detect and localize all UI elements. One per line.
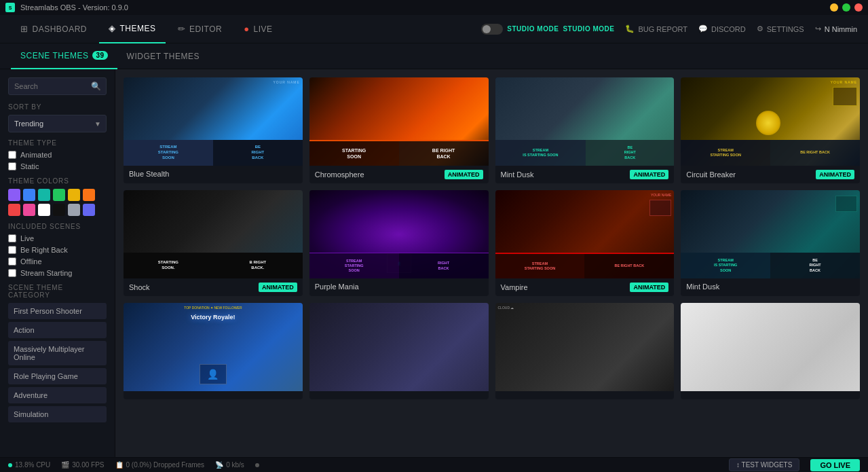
scene-themes-label: SCENE THEMES <box>20 51 88 60</box>
status-bandwidth: 📡 0 kb/s <box>215 461 244 469</box>
category-simulation[interactable]: Simulation <box>8 406 107 422</box>
theme-preview-vampire: YOUR NAME STREAMSTARTING SOON BE RIGHT B… <box>495 190 675 278</box>
swatch-gray[interactable] <box>68 204 80 216</box>
theme-preview-circuit-breaker: YOUR NAME STREAMSTARTING SOON BE RIGHT B… <box>681 77 860 166</box>
subnav: SCENE THEMES 39 WIDGET THEMES <box>0 43 868 69</box>
search-icon: 🔍 <box>91 81 101 91</box>
category-adventure[interactable]: Adventure <box>8 387 107 403</box>
category-mmo[interactable]: Massively Multiplayer Online <box>8 341 107 365</box>
go-live-button[interactable]: GO LIVE <box>810 459 860 471</box>
theme-footer-row3-1 <box>124 391 303 399</box>
scene-berightback-checkbox[interactable]: Be Right Back <box>8 246 107 254</box>
sort-select-wrap: Trending Newest Popular ▼ <box>8 115 107 132</box>
nav-editor-label: EDITOR <box>189 24 222 34</box>
theme-card-row3-3[interactable]: cloud ☁ <box>495 303 675 399</box>
theme-card-blue-stealth[interactable]: YOUR NAME STREAMSTARTINGSOON BERIGHTBACK… <box>124 77 303 183</box>
theme-preview-blue-stealth: YOUR NAME STREAMSTARTINGSOON BERIGHTBACK <box>124 77 303 166</box>
nav-dashboard[interactable]: ⊞ DASHBOARD <box>11 15 96 43</box>
theme-colors-label: THEME COLORS <box>8 177 107 185</box>
live-checkbox-label: Live <box>20 234 34 242</box>
search-wrap: 🔍 <box>8 77 107 95</box>
maximize-button[interactable] <box>842 3 850 12</box>
scene-live-checkbox[interactable]: Live <box>8 234 107 242</box>
studio-mode-toggle-wrap[interactable]: STUDIO MODE STUDIO MODE <box>481 24 614 35</box>
swatch-purple[interactable] <box>8 189 20 201</box>
nav-themes[interactable]: ◈ THEMES <box>99 15 166 43</box>
discord-label: DISCORD <box>711 25 746 33</box>
scene-offline-checkbox[interactable]: Offline <box>8 257 107 266</box>
navbar: ⊞ DASHBOARD ◈ THEMES ✏ EDITOR ● LIVE STU… <box>0 15 868 43</box>
settings-link[interactable]: ⚙ SETTINGS <box>757 24 804 33</box>
dropped-frames-icon: 📋 <box>115 461 124 469</box>
swatch-pink[interactable] <box>23 204 35 216</box>
stream-starting-label: Stream Starting <box>20 269 72 277</box>
swatch-indigo[interactable] <box>83 204 95 216</box>
animated-checkbox[interactable] <box>8 151 16 159</box>
swatch-green[interactable] <box>53 189 65 201</box>
bug-report-label: BUG REPORT <box>638 25 687 33</box>
swatch-black[interactable] <box>53 204 65 216</box>
animated-badge-mint-dusk: ANIMATED <box>630 170 668 179</box>
theme-card-chromosphere[interactable]: STARTINGSOON BE RIGHTBACK Chromosphere A… <box>309 77 489 183</box>
swatch-teal[interactable] <box>38 189 50 201</box>
nav-live[interactable]: ● LIVE <box>234 15 282 43</box>
theme-card-purple-mania[interactable]: 👤 STREAMSTARTINGSOON RIGHTBACK Purple Ma… <box>309 190 489 296</box>
subnav-widget-themes[interactable]: WIDGET THEMES <box>117 43 209 69</box>
themes-content: YOUR NAME STREAMSTARTINGSOON BERIGHTBACK… <box>115 69 868 457</box>
swatch-white[interactable] <box>38 204 50 216</box>
bandwidth-icon: 📡 <box>215 461 223 469</box>
window-controls[interactable] <box>830 3 863 12</box>
sort-select[interactable]: Trending Newest Popular <box>8 115 107 132</box>
theme-card-vampire[interactable]: YOUR NAME STREAMSTARTING SOON BE RIGHT B… <box>495 190 675 296</box>
nav-editor[interactable]: ✏ EDITOR <box>168 15 232 43</box>
theme-card-row3-2[interactable] <box>309 303 489 399</box>
user-profile[interactable]: ↪ N Nimmin <box>815 24 857 33</box>
discord-link[interactable]: 💬 DISCORD <box>698 24 746 33</box>
swatch-yellow[interactable] <box>68 189 80 201</box>
theme-card-shock[interactable]: STARTINGSOON. B RIGHTBACK. Shock ANIMATE… <box>124 190 303 296</box>
animated-badge-vampire: ANIMATED <box>630 283 668 292</box>
checkbox-animated[interactable]: Animated <box>8 151 107 159</box>
themes-grid: YOUR NAME STREAMSTARTINGSOON BERIGHTBACK… <box>124 77 860 399</box>
minimize-button[interactable] <box>830 3 838 12</box>
dropped-frames-value: 0 (0.0%) Dropped Frames <box>126 461 205 469</box>
checkbox-static[interactable]: Static <box>8 162 107 170</box>
username-label: N Nimmin <box>825 25 857 33</box>
category-action[interactable]: Action <box>8 322 107 338</box>
theme-footer-shock: Shock ANIMATED <box>124 278 303 296</box>
theme-card-circuit-breaker[interactable]: YOUR NAME STREAMSTARTING SOON BE RIGHT B… <box>681 77 860 183</box>
theme-footer-circuit-breaker: Circuit Breaker ANIMATED <box>681 166 860 183</box>
subnav-scene-themes[interactable]: SCENE THEMES 39 <box>11 43 117 69</box>
close-button[interactable] <box>854 3 863 12</box>
settings-label: SETTINGS <box>767 25 804 33</box>
scene-stream-starting-checkbox[interactable]: Stream Starting <box>8 269 107 277</box>
nav-dashboard-label: DASHBOARD <box>33 24 88 34</box>
theme-card-mint-dusk[interactable]: STREAMIS STARTING SOON BERIGHTBACK Mint … <box>495 77 675 183</box>
status-dropped-frames: 📋 0 (0.0%) Dropped Frames <box>115 461 205 469</box>
nav-themes-label: THEMES <box>120 24 156 33</box>
stream-starting-checkbox-input[interactable] <box>8 269 16 277</box>
theme-footer-row3-2 <box>309 391 489 399</box>
theme-card-row3-1[interactable]: TOP DONATION ✦ NEW FOLLOWER Victory Roya… <box>124 303 303 399</box>
category-fps[interactable]: First Person Shooter <box>8 303 107 319</box>
studio-mode-toggle[interactable] <box>481 24 503 35</box>
category-rpg[interactable]: Role Playing Game <box>8 368 107 384</box>
live-checkbox-input[interactable] <box>8 234 16 242</box>
bug-report-link[interactable]: 🐛 BUG REPORT <box>625 24 687 33</box>
nav-right: STUDIO MODE STUDIO MODE 🐛 BUG REPORT 💬 D… <box>481 24 857 35</box>
offline-checkbox-input[interactable] <box>8 257 16 266</box>
color-swatches <box>8 189 107 216</box>
swatch-red[interactable] <box>8 204 20 216</box>
theme-card-row3-4[interactable] <box>681 303 860 399</box>
test-widgets-button[interactable]: ↕ TEST WIDGETS <box>729 458 799 471</box>
swatch-orange[interactable] <box>83 189 95 201</box>
theme-card-mint-dusk-2[interactable]: STREAMIS STARTINGSOON BERIGHTBACK Mint D… <box>681 190 860 296</box>
berightback-checkbox-input[interactable] <box>8 246 16 254</box>
theme-footer-row3-3 <box>495 391 675 399</box>
main-layout: 🔍 SORT BY Trending Newest Popular ▼ THEM… <box>0 69 868 457</box>
static-checkbox[interactable] <box>8 162 16 170</box>
swatch-blue[interactable] <box>23 189 35 201</box>
included-scenes-label: INCLUDED SCENES <box>8 223 107 230</box>
status-cpu: 13.8% CPU <box>8 461 50 469</box>
app-title: Streamlabs OBS - Version: 0.9.0 <box>20 3 825 12</box>
